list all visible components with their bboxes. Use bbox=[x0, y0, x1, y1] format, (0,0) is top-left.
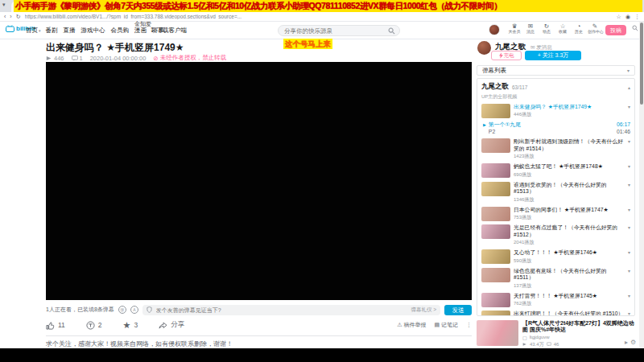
like-button[interactable]: 11 bbox=[46, 321, 65, 330]
video-thumbnail[interactable] bbox=[481, 224, 510, 239]
find-icon[interactable] bbox=[632, 25, 638, 31]
url-text[interactable]: https://www.bilibili.com/video/BV1.../?s… bbox=[25, 14, 613, 19]
reload-icon[interactable]: ↻ bbox=[16, 12, 21, 21]
video-title[interactable]: 绿色也挺有意味！（今天有什么好笑的 #1511） bbox=[514, 268, 625, 282]
video-thumbnail[interactable] bbox=[481, 311, 510, 316]
video-thumbnail[interactable] bbox=[481, 293, 510, 307]
danmaku-settings-icon[interactable]: 弹 bbox=[118, 306, 126, 314]
collapse-arrow-icon[interactable]: ▸ bbox=[625, 339, 628, 346]
video-list-item[interactable]: 蚂蚁也太猛了吧！ ★手机竖屏1748★ 690播放 ▾ bbox=[481, 163, 630, 178]
video-thumbnail[interactable] bbox=[481, 104, 510, 118]
share-button[interactable]: 分享 bbox=[159, 320, 184, 330]
video-title[interactable]: 光是已经有点过瘾了！（今天有什么好笑的 #1512） bbox=[514, 224, 625, 238]
video-title[interactable]: 又心动了！！！ ★手机竖屏1746★ bbox=[514, 249, 625, 256]
back-icon[interactable]: ‹ bbox=[4, 12, 6, 21]
download-client-link[interactable]: ↧ 下载客户端 bbox=[150, 27, 187, 35]
chevron-down-icon[interactable]: ▾ bbox=[628, 207, 630, 212]
chevron-up-icon[interactable]: ▴ bbox=[628, 84, 630, 90]
follow-button[interactable]: + 关注 3.3万 bbox=[525, 51, 581, 60]
ad-banner[interactable]: 小手柄手游《黎明游侠》创角7天内355级或达标1.5亿和5亿和10亿战力联系小助… bbox=[14, 0, 642, 12]
chevron-down-icon[interactable]: ▾ bbox=[628, 138, 630, 144]
video-title[interactable]: 谁遇到受欢笑的！（今天有什么好笑的 #1513） bbox=[514, 182, 625, 195]
header-icon-item[interactable]: ◔ 历史 bbox=[571, 23, 587, 34]
chevron-down-icon[interactable]: ▾ bbox=[628, 163, 630, 169]
video-list-item[interactable]: 又心动了！！！ ★手机竖屏1746★ 590播放 ▾ bbox=[481, 249, 630, 264]
search-box[interactable] bbox=[278, 25, 400, 36]
chevron-down-icon[interactable]: ▾ bbox=[627, 68, 630, 73]
danmaku-etiquette-link[interactable]: 弹幕礼仪 > bbox=[411, 306, 436, 314]
video-action-bar: 11 2 ★ 3 分享 ⚠ 稿件举报 ▤ 记笔记 ⋮ bbox=[46, 319, 472, 331]
chevron-down-icon[interactable]: ▾ bbox=[628, 182, 630, 187]
video-title[interactable]: 日本公司的同事们！ ★手机竖屏1747★ bbox=[514, 207, 625, 213]
danmaku-list-panel[interactable]: 弹幕列表 ▾ bbox=[477, 65, 635, 76]
video-list-item[interactable]: 刚出新手村就遇到顶级剧情！（今天有什么好笑的 #1514） 1423播放 ▾ bbox=[481, 138, 630, 160]
more-actions-icon[interactable]: ⋮ bbox=[466, 322, 472, 328]
bookmark-icon[interactable]: ☆ bbox=[617, 14, 621, 20]
video-list-item[interactable]: 绿色也挺有意味！（今天有什么好笑的 #1511） 137播放 ▾ bbox=[481, 268, 630, 290]
danmaku-input[interactable] bbox=[155, 306, 409, 314]
video-part-item[interactable]: ▶ P2 01:46 bbox=[483, 128, 630, 135]
chevron-down-icon[interactable]: ▾ bbox=[628, 224, 630, 230]
video-playcount: 1423播放 bbox=[514, 153, 625, 160]
header-icon-item[interactable]: ♛ 大会员 bbox=[506, 23, 522, 34]
send-danmaku-button[interactable]: 发送 bbox=[444, 305, 472, 315]
nav-item[interactable]: 直播 bbox=[64, 27, 76, 35]
header-icon-item[interactable]: ✉ 消息 bbox=[522, 23, 539, 34]
scrollbar-thumb[interactable] bbox=[640, 23, 643, 105]
chevron-down-icon[interactable]: ▾ bbox=[628, 293, 630, 298]
search-icon[interactable] bbox=[388, 27, 395, 35]
coin-button[interactable]: 2 bbox=[86, 321, 102, 330]
recommended-author[interactable]: ltgjdguvw bbox=[530, 335, 550, 339]
video-title[interactable]: 天打雷劈！！！ ★手机竖屏1745★ bbox=[514, 293, 625, 299]
nav-item[interactable]: 游戏中心 bbox=[81, 27, 106, 35]
chevron-down-icon[interactable]: ▾ bbox=[628, 249, 630, 255]
video-player[interactable] bbox=[46, 62, 472, 300]
recommended-title[interactable]: 【R气人体尺寸2t4好车配27灯】4双脚绝边动图 国庆%#年快迏 bbox=[522, 320, 635, 334]
charge-button[interactable]: 充电 bbox=[491, 51, 522, 60]
video-title[interactable]: 出来健身吗？ ★手机竖屏1749★ bbox=[514, 104, 625, 110]
chevron-down-icon[interactable]: ▾ bbox=[628, 268, 630, 274]
page-scrollbar[interactable] bbox=[639, 22, 644, 348]
upload-button[interactable]: 投稿 bbox=[605, 25, 626, 35]
uploader-avatar[interactable] bbox=[477, 41, 491, 55]
video-thumbnail[interactable] bbox=[481, 138, 510, 153]
browser-menu-icon[interactable]: ⋮ bbox=[634, 14, 640, 20]
playlist-header[interactable]: 九尾之歌 63/117 ▴ bbox=[481, 82, 630, 92]
danmaku-style-icon[interactable]: A bbox=[130, 306, 138, 314]
nav-item[interactable]: 番剧 bbox=[46, 27, 59, 35]
note-button[interactable]: ▤ 记笔记 bbox=[434, 321, 458, 329]
header-icon-item[interactable]: ☆ 收藏 bbox=[555, 23, 571, 34]
video-part-item[interactable]: ▶ 第一个①九尾 06:17 bbox=[483, 121, 630, 128]
report-button[interactable]: ⚠ 稿件举报 bbox=[397, 321, 426, 329]
video-list-item[interactable]: 光是已经有点过瘾了！（今天有什么好笑的 #1512） 2041播放 ▾ bbox=[481, 224, 630, 246]
video-thumbnail[interactable] bbox=[481, 249, 510, 264]
video-title[interactable]: 蚂蚁也太猛了吧！ ★手机竖屏1748★ bbox=[514, 163, 625, 170]
video-list-item[interactable]: 出来打球吧！！（今天有什么好笑的 #1510） 2561播放 ▾ bbox=[481, 311, 630, 316]
tab-list-caret-icon[interactable]: ▾ bbox=[2, 2, 6, 8]
video-thumbnail[interactable] bbox=[481, 207, 510, 221]
current-video-item[interactable]: 出来健身吗？ ★手机竖屏1749★ 446播放 ▾ bbox=[481, 104, 630, 118]
video-list-item[interactable]: 天打雷劈！！！ ★手机竖屏1745★ 762播放 ▾ bbox=[481, 293, 630, 307]
video-thumbnail[interactable] bbox=[481, 268, 510, 282]
recommended-card[interactable]: 【R气人体尺寸2t4好车配27灯】4双脚绝边动图 国庆%#年快迏 ▢ltgjdg… bbox=[477, 320, 635, 348]
video-list-item[interactable]: 日本公司的同事们！ ★手机竖屏1747★ 753播放 ▾ bbox=[481, 207, 630, 221]
chevron-down-icon[interactable]: ▾ bbox=[628, 311, 630, 316]
header-icon-item[interactable]: ↻ 动态 bbox=[539, 23, 555, 34]
video-thumbnail[interactable] bbox=[481, 163, 510, 178]
nav-item[interactable]: 首页 ▾ bbox=[26, 27, 41, 35]
favorite-button[interactable]: ★ 3 bbox=[123, 320, 138, 331]
video-title[interactable]: 刚出新手村就遇到顶级剧情！（今天有什么好笑的 #1514） bbox=[514, 138, 625, 152]
chevron-down-icon[interactable]: ▾ bbox=[628, 104, 630, 109]
profile-icon[interactable]: ◉ bbox=[625, 14, 630, 20]
gear-icon[interactable]: ⚙ bbox=[630, 339, 636, 346]
forward-icon[interactable]: › bbox=[10, 12, 11, 21]
user-avatar[interactable] bbox=[489, 24, 500, 35]
video-title[interactable]: 出来打球吧！！（今天有什么好笑的 #1510） bbox=[514, 311, 625, 316]
video-thumbnail[interactable] bbox=[481, 182, 510, 196]
recommended-thumbnail[interactable] bbox=[477, 320, 518, 346]
video-list-item[interactable]: 谁遇到受欢笑的！（今天有什么好笑的 #1513） 1346播放 ▾ bbox=[481, 182, 630, 204]
header-icon-item[interactable]: ✎ 创作中心 bbox=[587, 23, 603, 34]
search-input[interactable] bbox=[283, 27, 388, 35]
nav-item[interactable]: 会员购 bbox=[111, 27, 130, 35]
danmaku-input-wrap[interactable]: 弹幕礼仪 > bbox=[142, 305, 440, 315]
